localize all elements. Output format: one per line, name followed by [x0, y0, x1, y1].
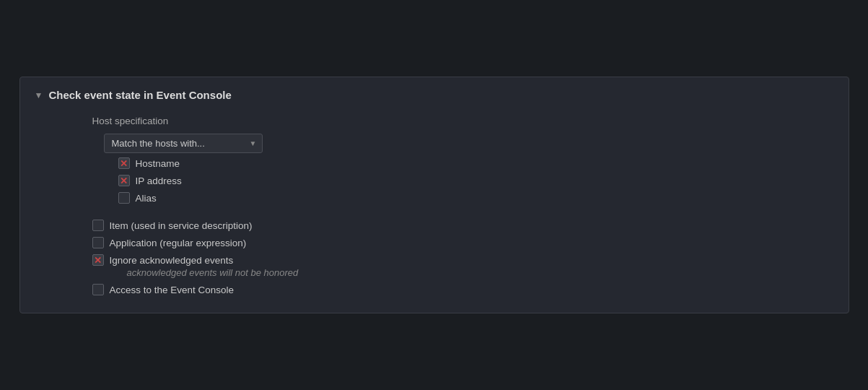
- standalone-checkboxes: Item (used in service description) Appli…: [92, 220, 299, 295]
- ignore-acknowledged-check-icon: ✕: [94, 256, 102, 265]
- application-checkbox[interactable]: [92, 237, 104, 248]
- panel-title: Check event state in Event Console: [48, 89, 231, 101]
- alias-checkbox[interactable]: [118, 192, 130, 204]
- collapse-icon[interactable]: ▼: [35, 90, 43, 100]
- item-checkbox[interactable]: [92, 220, 104, 231]
- ip-address-checkbox-row: ✕ IP address: [118, 175, 263, 186]
- application-checkbox-row: Application (regular expression): [92, 237, 299, 248]
- ip-address-check-icon: ✕: [120, 176, 128, 186]
- host-checkbox-group: ✕ Hostname ✕ IP address Alias: [118, 157, 263, 204]
- ignore-acknowledged-label: Ignore acknowledged events: [110, 255, 234, 266]
- host-specification-block: Host specification Match the hosts with.…: [92, 116, 263, 207]
- ip-address-label: IP address: [136, 176, 182, 186]
- match-hosts-dropdown[interactable]: Match the hosts with...: [104, 134, 263, 153]
- alias-checkbox-row: Alias: [118, 192, 263, 204]
- panel-header: ▼ Check event state in Event Console: [35, 89, 834, 101]
- main-content: Host specification Match the hosts with.…: [35, 116, 834, 295]
- hostname-check-icon: ✕: [120, 159, 128, 168]
- hostname-checkbox[interactable]: ✕: [118, 157, 130, 169]
- ignore-acknowledged-section: ✕ Ignore acknowledged events acknowledge…: [92, 254, 299, 278]
- alias-label: Alias: [136, 193, 157, 204]
- ignore-acknowledged-checkbox[interactable]: ✕: [92, 254, 104, 266]
- host-specification-label: Host specification: [92, 116, 169, 126]
- ip-address-checkbox[interactable]: ✕: [118, 175, 130, 186]
- item-checkbox-row: Item (used in service description): [92, 220, 299, 231]
- application-label: Application (regular expression): [110, 238, 247, 248]
- acknowledged-note: acknowledged events will not be honored: [127, 267, 299, 278]
- access-event-console-checkbox[interactable]: [92, 284, 104, 295]
- hostname-label: Hostname: [136, 158, 180, 169]
- hostname-checkbox-row: ✕ Hostname: [118, 157, 263, 169]
- match-hosts-dropdown-wrapper: Match the hosts with... ▼: [104, 134, 263, 153]
- access-event-console-checkbox-row: Access to the Event Console: [92, 284, 299, 295]
- access-event-console-label: Access to the Event Console: [110, 285, 234, 295]
- check-event-state-panel: ▼ Check event state in Event Console Hos…: [19, 77, 849, 313]
- ignore-acknowledged-checkbox-row: ✕ Ignore acknowledged events: [92, 254, 299, 266]
- item-label: Item (used in service description): [110, 220, 253, 231]
